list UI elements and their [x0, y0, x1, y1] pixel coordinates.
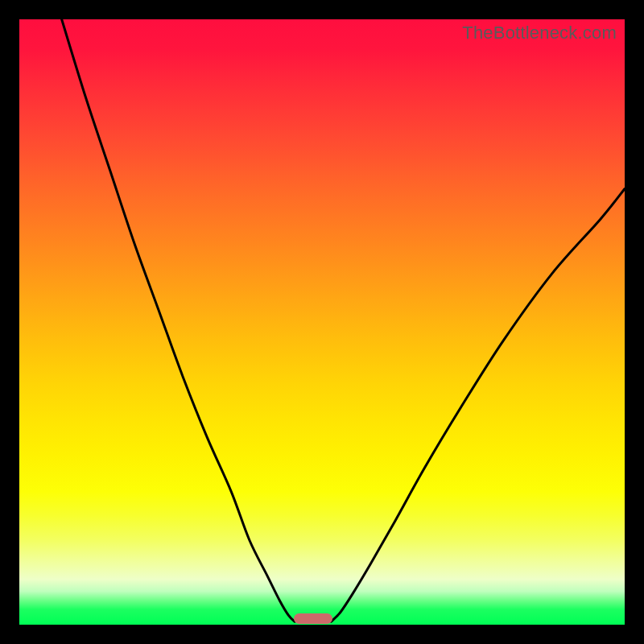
right-curve [331, 189, 625, 622]
curves-svg [19, 19, 625, 625]
plot-area: TheBottleneck.com [19, 19, 625, 625]
chart-frame: TheBottleneck.com [0, 0, 644, 644]
left-curve [62, 19, 295, 621]
bottleneck-marker [294, 613, 332, 625]
